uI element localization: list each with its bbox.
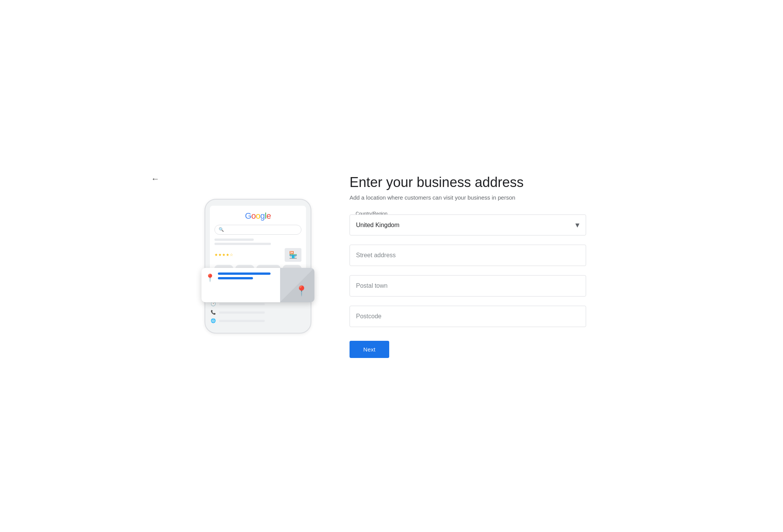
back-button[interactable]: ← <box>151 174 160 184</box>
hours-row: 🕐 <box>210 301 306 307</box>
globe-icon: 🌐 <box>211 318 216 324</box>
mock-line <box>214 243 271 245</box>
page-title: Enter your business address <box>350 174 586 190</box>
map-card-left: 📍 <box>201 268 280 302</box>
stars-mock: ★★★★☆ <box>214 253 234 257</box>
website-line <box>219 320 265 322</box>
phone-icon: 📞 <box>211 310 216 315</box>
country-select-wrapper: United Kingdom ▼ <box>350 214 586 235</box>
google-logo: Google <box>214 211 301 221</box>
map-card-lines <box>218 272 276 279</box>
country-field-group: Country/Region United Kingdom ▼ <box>350 214 586 235</box>
postal-town-input[interactable] <box>350 275 586 297</box>
street-address-input[interactable] <box>350 245 586 266</box>
search-icon: 🔍 <box>219 227 224 232</box>
phone-outer: Google 🔍 ★★★★☆ 🏪 <box>205 199 311 334</box>
location-pin-red: 📍 <box>295 285 308 297</box>
next-button[interactable]: Next <box>350 341 389 358</box>
mock-rating-row: ★★★★☆ 🏪 <box>214 248 301 262</box>
postal-town-field-group <box>350 275 586 297</box>
map-line <box>218 272 271 275</box>
location-pin-blue: 📍 <box>205 273 215 282</box>
mock-line <box>214 239 254 241</box>
country-select[interactable]: United Kingdom <box>350 214 586 235</box>
shop-icon: 🏪 <box>285 248 301 262</box>
map-line <box>218 277 253 279</box>
map-card-overlay: 📍 📍 <box>201 268 314 302</box>
clock-icon: 🕐 <box>211 301 216 307</box>
mock-content-lines <box>214 239 301 245</box>
page-subtitle: Add a location where customers can visit… <box>350 194 586 201</box>
street-field-group <box>350 245 586 266</box>
hours-line <box>219 303 265 305</box>
phone-row: 📞 <box>210 310 306 315</box>
search-bar-mock: 🔍 <box>214 225 301 235</box>
map-thumbnail: 📍 <box>280 268 314 302</box>
postcode-field-group <box>350 306 586 327</box>
phone-illustration: Google 🔍 ★★★★☆ 🏪 <box>197 199 319 334</box>
phone-line <box>219 311 265 314</box>
postcode-input[interactable] <box>350 306 586 327</box>
form-section: Enter your business address Add a locati… <box>350 174 586 358</box>
website-row: 🌐 <box>210 318 306 324</box>
